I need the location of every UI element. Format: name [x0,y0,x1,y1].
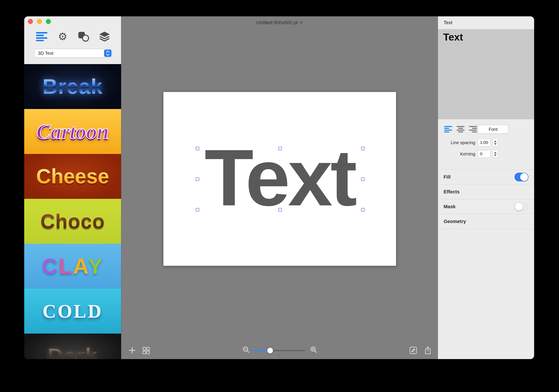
scale-document-icon [409,346,417,354]
section-geometry[interactable]: Geometry [438,214,534,229]
alignment-row: Font [438,125,534,134]
selection-handle-top-left[interactable] [196,147,199,150]
section-label: Mask [438,204,456,210]
document-title-text: Untitled 800x600 pt [256,20,298,26]
styles-sidebar: ⚙ 3 [24,16,121,359]
shapes-icon [78,31,89,42]
settings-tab[interactable]: ⚙ [56,30,70,43]
selection-handle-bottom-middle[interactable] [279,208,282,211]
style-tile-label: CLAY [42,255,103,277]
kerning-label: Kerning [460,152,475,156]
traffic-lights [28,19,51,24]
align-left-button[interactable] [444,126,453,133]
style-category-dropdown[interactable]: 3D Text [34,49,112,58]
layers-icon [99,31,110,42]
close-window-button[interactable] [28,19,33,24]
section-label: Effects [438,189,459,195]
line-spacing-stepper[interactable] [493,138,498,147]
section-fill[interactable]: Fill [438,170,534,184]
selection-handle-top-middle[interactable] [279,147,282,150]
style-tile-label: Dark [47,345,98,359]
inspector-panel: Text Text [438,16,534,359]
style-tile-cold[interactable]: COLD [24,289,121,334]
style-category-value: 3D Text [35,51,104,56]
mask-toggle[interactable] [514,202,529,211]
pages-button[interactable] [141,346,151,355]
selection-handle-middle-left[interactable] [196,177,199,181]
zoom-in-button[interactable] [309,345,319,355]
style-tile-dark[interactable]: Dark [24,334,121,359]
fill-toggle[interactable] [514,173,529,181]
minimize-window-button[interactable] [37,19,42,24]
align-left-icon [444,126,452,133]
zoom-in-icon [310,346,318,354]
style-tile-choco[interactable]: Choco [24,199,121,244]
layers-tab[interactable] [98,30,112,43]
selection-handle-top-right[interactable] [361,147,365,150]
zoom-slider[interactable] [253,348,305,353]
shapes-tab[interactable] [77,30,91,43]
stepper-up-icon [494,141,497,142]
styles-list-icon [36,32,47,41]
font-button[interactable]: Font [478,125,508,134]
sidebar-toolbar: ⚙ [35,30,112,43]
style-tile-cartoon[interactable]: Cartoon [24,109,121,154]
line-spacing-input[interactable]: 1.00 [478,139,491,146]
align-center-icon [457,126,465,133]
kerning-input[interactable]: 0 [478,150,491,158]
selection-handle-bottom-right[interactable] [361,208,365,211]
section-label: Geometry [438,219,466,224]
toggle-knob [520,173,528,181]
kerning-row: Kerning 0 [438,149,534,158]
gear-icon: ⚙ [58,31,67,42]
section-effects[interactable]: Effects [438,184,534,199]
add-icon [129,347,136,354]
share-button[interactable] [423,346,433,355]
app-window: ⚙ 3 [24,16,534,359]
zoom-slider-tick [279,354,279,356]
style-tile-cheese[interactable]: Cheese [24,154,121,199]
inspector-panel-title: Text [438,16,534,29]
dropdown-updown-icon [104,49,112,57]
zoom-out-icon [242,346,250,354]
style-tile-label: COLD [43,302,103,320]
add-object-button[interactable] [127,346,137,355]
style-tile-break[interactable]: Break [24,64,121,109]
chevron-down-icon [299,22,303,24]
line-spacing-row: Line spacing 1.00 [438,138,534,147]
line-spacing-label: Line spacing [451,140,475,145]
zoom-slider-thumb[interactable] [267,348,273,353]
kerning-stepper[interactable] [493,150,498,158]
style-tile-clay[interactable]: CLAY [24,244,121,289]
style-tile-label: Break [43,76,103,97]
styles-list: BreakCartoonCheeseChocoCLAYCOLDDark [24,64,121,359]
style-tile-label: Cartoon [37,121,109,142]
text-content-editor[interactable]: Text [438,29,534,119]
canvas-area: Untitled 800x600 pt Text [121,16,438,359]
align-right-icon [469,126,477,133]
align-right-button[interactable] [468,126,478,133]
inspector-sections: FillEffectsMaskGeometry [438,169,534,229]
share-icon [424,346,431,355]
section-label: Fill [438,174,451,180]
zoom-window-button[interactable] [46,19,51,24]
pages-icon [142,347,150,354]
section-mask[interactable]: Mask [438,199,534,214]
zoom-out-button[interactable] [242,345,251,355]
document-title[interactable]: Untitled 800x600 pt [121,20,438,26]
toggle-knob [515,203,523,211]
selection-handle-middle-right[interactable] [361,177,365,181]
styles-list-tab[interactable] [35,30,49,43]
stepper-down-icon [494,155,497,156]
style-tile-label: Choco [40,211,105,231]
stepper-up-icon [494,152,497,154]
align-center-button[interactable] [456,126,465,133]
scale-document-button[interactable] [409,346,418,355]
style-tile-label: Cheese [36,166,109,187]
selection-handle-bottom-left[interactable] [196,208,199,211]
stepper-down-icon [494,143,497,145]
text-content-value: Text [443,31,534,43]
